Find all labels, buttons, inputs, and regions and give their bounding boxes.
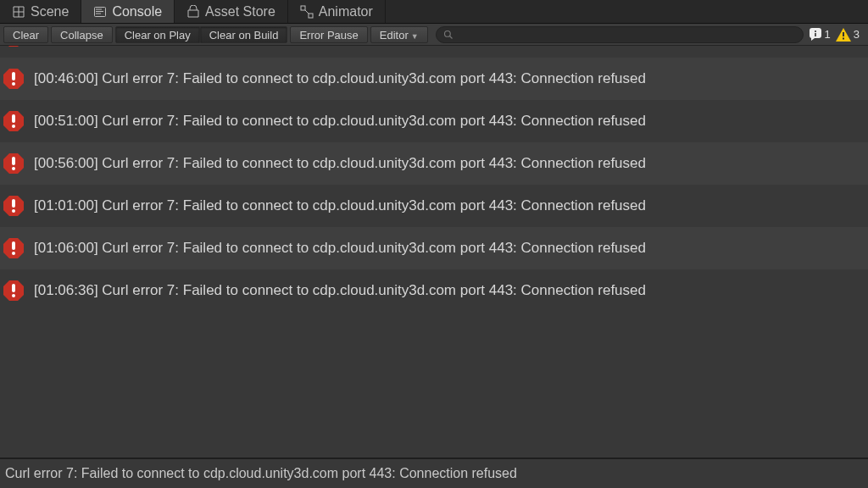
scene-icon — [12, 5, 25, 19]
svg-rect-15 — [815, 30, 816, 32]
tab-label: Asset Store — [205, 4, 275, 19]
svg-rect-38 — [12, 284, 15, 292]
svg-rect-29 — [12, 157, 15, 165]
tab-label: Animator — [319, 4, 373, 19]
console-icon — [93, 5, 107, 19]
clear-on-group: Clear on Play Clear on Build — [115, 26, 291, 43]
svg-point-33 — [12, 209, 15, 213]
console-toolbar: Clear Collapse Clear on Play Clear on Bu… — [0, 24, 868, 46]
error-icon — [2, 110, 25, 132]
log-message: [00:51:00] Curl error 7: Failed to conne… — [34, 113, 863, 130]
info-count: 1 — [825, 28, 831, 41]
info-counter[interactable]: 1 — [809, 28, 831, 42]
animator-icon — [300, 5, 314, 19]
log-message: [00:56:00] Curl error 7: Failed to conne… — [34, 155, 863, 172]
clear-on-build-button[interactable]: Clear on Build — [200, 26, 288, 43]
warn-counter[interactable]: 3 — [836, 28, 860, 42]
svg-rect-16 — [815, 33, 816, 36]
svg-marker-19 — [3, 46, 24, 47]
error-icon — [2, 46, 25, 47]
svg-rect-26 — [12, 114, 15, 123]
assetstore-icon — [186, 5, 200, 19]
svg-line-14 — [449, 36, 452, 38]
svg-line-12 — [305, 10, 309, 14]
search-input[interactable] — [457, 29, 796, 41]
svg-rect-10 — [301, 6, 305, 10]
log-entry[interactable]: [01:01:00] Curl error 7: Failed to conne… — [0, 185, 868, 227]
error-icon — [2, 152, 25, 175]
error-icon — [2, 195, 25, 217]
log-message: [01:06:36] Curl error 7: Failed to conne… — [34, 282, 863, 299]
log-detail-panel[interactable]: Curl error 7: Failed to connect to cdp.c… — [0, 458, 868, 488]
warn-count: 3 — [854, 28, 860, 41]
error-icon — [2, 237, 25, 259]
svg-point-13 — [444, 30, 450, 36]
log-entry[interactable]: [00:46:00] Curl error 7: Failed to conne… — [0, 58, 868, 100]
error-icon — [2, 68, 25, 90]
tab-bar: Scene Console Asset Store Animator — [0, 0, 868, 24]
warning-icon — [836, 28, 851, 42]
tab-label: Console — [112, 4, 162, 19]
svg-point-24 — [12, 82, 15, 86]
log-message: [00:46:00] Curl error 7: Failed to conne… — [34, 70, 863, 87]
tab-console[interactable]: Console — [81, 0, 175, 23]
collapse-button[interactable]: Collapse — [51, 26, 113, 43]
svg-rect-18 — [843, 37, 844, 39]
svg-rect-35 — [12, 241, 15, 250]
svg-point-39 — [12, 294, 15, 297]
log-entry[interactable] — [0, 46, 868, 58]
log-entry[interactable]: [00:56:00] Curl error 7: Failed to conne… — [0, 142, 868, 185]
tab-animator[interactable]: Animator — [288, 0, 386, 23]
svg-rect-17 — [843, 32, 844, 36]
editor-label: Editor — [380, 29, 409, 42]
tab-scene[interactable]: Scene — [0, 0, 81, 23]
svg-rect-32 — [12, 199, 15, 208]
info-bubble-icon — [809, 28, 822, 42]
error-icon — [2, 280, 25, 302]
chevron-down-icon: ▼ — [411, 32, 419, 41]
log-detail-text: Curl error 7: Failed to connect to cdp.c… — [5, 466, 517, 481]
svg-rect-11 — [309, 14, 313, 18]
log-empty-area — [0, 312, 868, 458]
svg-point-30 — [12, 167, 15, 170]
log-entry[interactable]: [01:06:36] Curl error 7: Failed to conne… — [0, 269, 868, 312]
search-icon — [443, 30, 453, 40]
log-message: [01:06:00] Curl error 7: Failed to conne… — [34, 240, 863, 257]
clear-on-play-button[interactable]: Clear on Play — [115, 26, 200, 43]
svg-rect-23 — [12, 72, 15, 80]
svg-point-36 — [12, 252, 15, 255]
log-entry[interactable]: [01:06:00] Curl error 7: Failed to conne… — [0, 227, 868, 269]
search-field[interactable] — [436, 26, 804, 43]
clear-button[interactable]: Clear — [3, 26, 48, 43]
log-list[interactable]: [00:46:00] Curl error 7: Failed to conne… — [0, 46, 868, 458]
tab-asset-store[interactable]: Asset Store — [175, 0, 288, 23]
error-pause-button[interactable]: Error Pause — [290, 26, 367, 43]
tab-label: Scene — [31, 4, 69, 19]
svg-point-27 — [12, 125, 15, 128]
log-entry[interactable]: [00:51:00] Curl error 7: Failed to conne… — [0, 100, 868, 142]
editor-dropdown[interactable]: Editor▼ — [370, 26, 428, 43]
log-counters: 1 3 — [809, 28, 865, 42]
log-message: [01:01:00] Curl error 7: Failed to conne… — [34, 197, 863, 214]
